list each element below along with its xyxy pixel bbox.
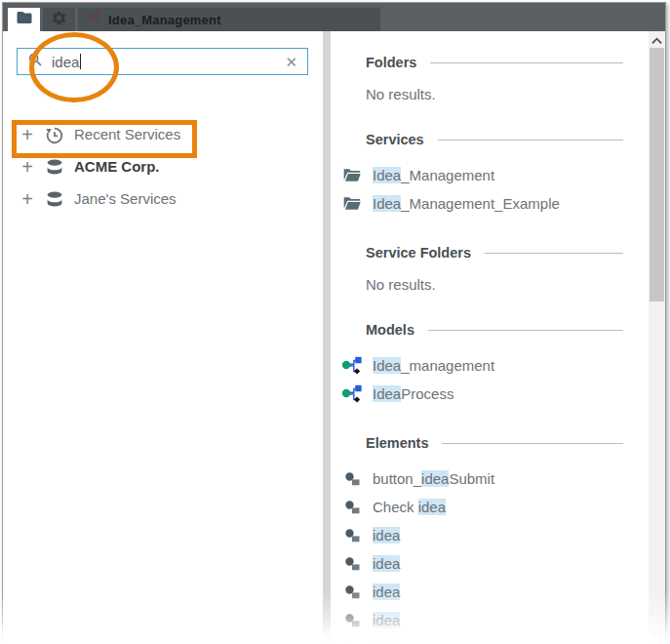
search-icon	[27, 52, 43, 71]
element-icon	[340, 553, 364, 575]
element-icon	[340, 497, 364, 518]
element-icon	[340, 468, 364, 490]
section-header-models: Models	[366, 322, 623, 338]
element-icon	[340, 582, 364, 603]
tree-item-label: Recent Services	[74, 126, 180, 142]
tree-item-recent-services[interactable]: + Recent Services	[3, 118, 323, 150]
scrollbar-thumb[interactable]	[650, 48, 664, 302]
section-title: Models	[366, 322, 414, 338]
screenshot-root: Idea_Management idea ✕ + Recent	[0, 0, 670, 644]
expand-icon[interactable]: +	[20, 191, 35, 207]
tree-item-acme-corp[interactable]: + ACME Corp.	[3, 150, 323, 182]
service-tree: + Recent Services +	[3, 118, 323, 215]
result-item-element[interactable]: Check idea	[340, 493, 623, 521]
no-results-text: No results.	[366, 276, 623, 293]
section-header-services: Services	[366, 132, 623, 147]
panel-splitter[interactable]	[323, 31, 331, 644]
section-header-elements: Elements	[366, 435, 623, 451]
folder-open-icon	[340, 193, 364, 215]
result-item-element[interactable]: idea	[340, 549, 623, 578]
section-divider	[428, 330, 623, 331]
search-match: Idea	[373, 167, 401, 183]
clear-search-icon[interactable]: ✕	[285, 55, 297, 69]
search-match: idea	[373, 612, 400, 628]
tab-bar: Idea_Management	[3, 3, 665, 31]
section-title: Elements	[366, 435, 428, 451]
tab-settings[interactable]	[43, 8, 75, 31]
expand-icon[interactable]: +	[20, 127, 35, 142]
section-divider	[442, 443, 623, 444]
result-item-model[interactable]: IdeaProcess	[340, 380, 623, 408]
search-match: idea	[373, 555, 400, 572]
result-item-element[interactable]: idea	[340, 606, 623, 634]
section-title: Folders	[366, 55, 416, 70]
tab-label: Idea_Management	[108, 13, 221, 27]
database-icon	[44, 188, 65, 210]
app-window: Idea_Management idea ✕ + Recent	[2, 2, 666, 644]
tab-explorer[interactable]	[8, 8, 40, 31]
scroll-up-icon[interactable]	[649, 33, 665, 48]
scroll-down-icon[interactable]	[649, 626, 665, 641]
element-icon	[340, 610, 364, 631]
no-results-text: No results.	[366, 86, 623, 102]
result-item-element[interactable]: idea	[340, 578, 623, 606]
model-icon	[340, 383, 364, 405]
folder-icon	[16, 9, 33, 30]
section-divider	[438, 140, 623, 141]
element-icon	[340, 525, 364, 546]
search-match: idea	[421, 470, 449, 487]
search-match: idea	[373, 640, 400, 644]
expand-icon[interactable]: +	[20, 159, 35, 175]
database-icon	[44, 156, 65, 178]
search-input[interactable]: idea ✕	[17, 48, 308, 75]
tree-item-label: ACME Corp.	[74, 158, 160, 175]
model-icon	[340, 355, 364, 377]
elements-results: button_ideaSubmit Check idea idea idea	[366, 464, 623, 644]
gear-icon	[51, 10, 67, 30]
section-title: Service Folders	[366, 245, 471, 261]
search-results-panel: Folders No results. Services Idea_Manage…	[331, 31, 649, 644]
search-match: Idea	[373, 357, 401, 374]
navigator-panel: idea ✕ + Recent Services +	[3, 31, 323, 644]
tree-item-label: Jane's Services	[74, 190, 177, 207]
tab-idea-management[interactable]: Idea_Management	[78, 8, 380, 31]
section-divider	[430, 62, 623, 63]
result-item-model[interactable]: Idea_management	[340, 351, 623, 380]
search-match: Idea	[373, 195, 401, 212]
section-header-folders: Folders	[366, 55, 623, 70]
vertical-scrollbar[interactable]	[649, 31, 665, 644]
tree-item-janes-services[interactable]: + Jane's Services	[3, 182, 323, 215]
element-icon	[340, 638, 364, 644]
section-divider	[485, 253, 623, 254]
search-value: idea	[52, 54, 81, 70]
result-item-element[interactable]: idea	[340, 521, 623, 549]
result-item-element[interactable]: button_ideaSubmit	[340, 464, 623, 493]
section-title: Services	[366, 132, 424, 147]
folder-open-icon	[340, 165, 364, 186]
services-results: Idea_Management Idea_Management_Example	[366, 161, 623, 218]
models-results: Idea_management IdeaProcess	[366, 351, 623, 408]
search-match: Idea	[373, 385, 401, 402]
process-icon	[87, 11, 101, 29]
section-header-service-folders: Service Folders	[366, 245, 623, 261]
result-item-service[interactable]: Idea_Management	[340, 161, 623, 189]
result-item-service[interactable]: Idea_Management_Example	[340, 189, 623, 218]
recent-icon	[44, 124, 65, 145]
text-caret	[80, 54, 81, 69]
search-match: idea	[373, 584, 400, 600]
result-item-element[interactable]: idea	[340, 634, 623, 644]
search-match: idea	[418, 499, 446, 515]
search-match: idea	[373, 527, 400, 543]
